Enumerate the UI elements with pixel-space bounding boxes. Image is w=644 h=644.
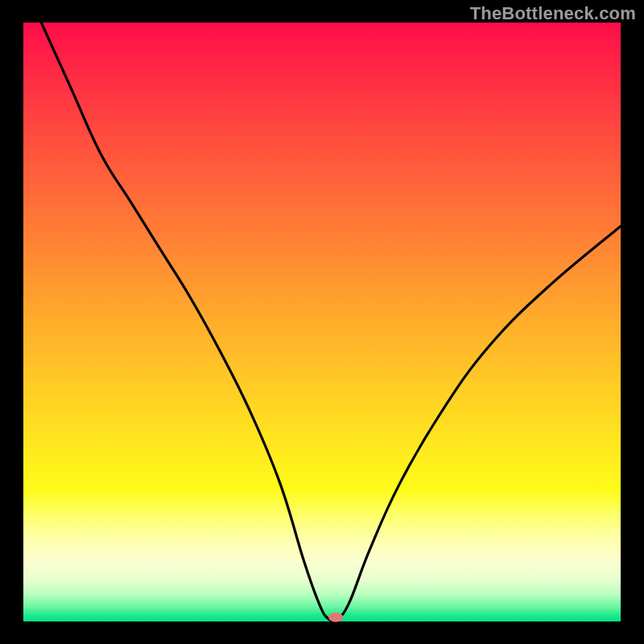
bottleneck-chart <box>0 0 644 644</box>
optimal-point-marker <box>328 613 343 622</box>
plot-background <box>23 23 621 621</box>
chart-frame: TheBottleneck.com <box>0 0 644 644</box>
watermark-text: TheBottleneck.com <box>470 3 636 24</box>
